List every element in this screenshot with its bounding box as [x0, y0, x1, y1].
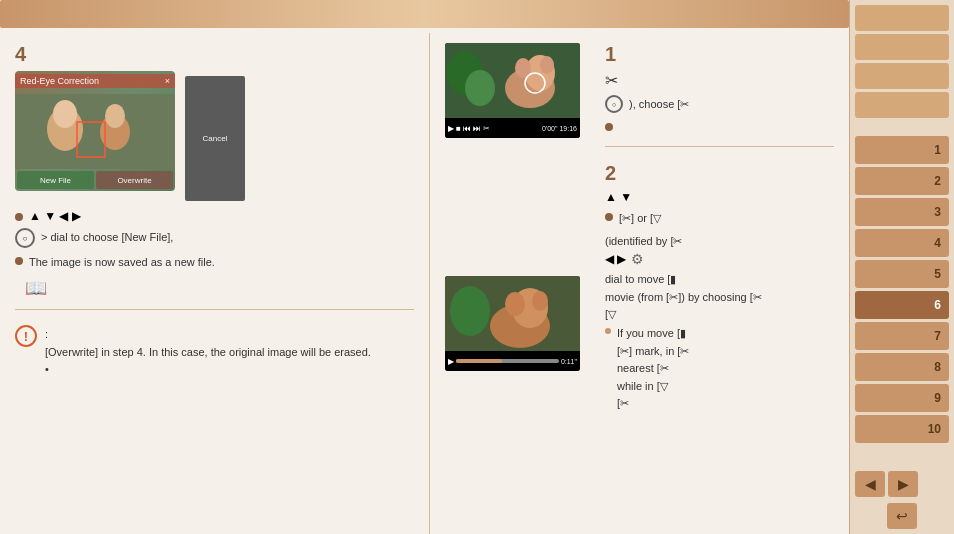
back-nav: ↩ [855, 503, 949, 529]
progress-fill-2 [456, 359, 502, 363]
main-content: 4 Red-Eye Correction × [0, 0, 849, 534]
step2-movie: movie (from [✂]) by choosing [✂ [605, 290, 834, 305]
sidebar-btn-3[interactable] [855, 63, 949, 89]
step2-left-right: ◀ ▶ [605, 252, 626, 266]
sidebar-num-8[interactable]: 8 [855, 353, 949, 381]
step2-mark: [✂] mark, in [✂ [617, 344, 689, 359]
arrow-keys: ▲ ▼ ◀ ▶ [29, 209, 81, 223]
right-columns: ▶ ■ ⏮ ⏭ ✂ 0'00" 19:16 [445, 43, 834, 443]
overwrite-button[interactable]: Overwrite [96, 171, 173, 189]
step4-number: 4 [15, 43, 414, 66]
sidebar-num-1[interactable]: 1 [855, 136, 949, 164]
camera-preview: Red-Eye Correction × [15, 71, 175, 191]
step1-section: 1 ✂ ○ ), choose [✂ [605, 43, 834, 147]
sidebar-num-6[interactable]: 6 [855, 291, 949, 319]
svg-point-19 [450, 286, 490, 336]
step2-bullet2 [605, 328, 611, 334]
bullet-saved [15, 257, 23, 265]
video-controls-2: ▶ 0:11" [445, 351, 580, 371]
video-column: ▶ ■ ⏮ ⏭ ✂ 0'00" 19:16 [445, 43, 590, 443]
video-bg-2 [445, 276, 580, 351]
left-panel: 4 Red-Eye Correction × [0, 33, 430, 534]
bullet-dot [15, 213, 23, 221]
step2-nearest: nearest [✂ [617, 361, 689, 376]
step2-while: while in [▽ [617, 379, 689, 394]
sidebar-num-4[interactable]: 4 [855, 229, 949, 257]
dial-icon: ○ [15, 228, 35, 248]
stop-btn-1[interactable]: ■ [456, 124, 461, 133]
step2-bullet2-row: If you move [▮ [✂] mark, in [✂ nearest [… [605, 324, 834, 413]
warning-icon: ! [15, 325, 37, 347]
video-controls-1: ▶ ■ ⏮ ⏭ ✂ 0'00" 19:16 [445, 118, 580, 138]
play-btn-2[interactable]: ▶ [448, 357, 454, 366]
step2-section: 2 ▲ ▼ [✂] or [▽ (identified by [✂ [605, 162, 834, 428]
play-btn-1[interactable]: ▶ [448, 124, 454, 133]
sidebar-num-7[interactable]: 7 [855, 322, 949, 350]
step2-or-row: [✂] or [▽ [605, 209, 834, 228]
svg-point-10 [540, 56, 554, 74]
saved-row: The image is now saved as a new file. [15, 253, 414, 272]
content-area: 4 Red-Eye Correction × [0, 33, 849, 534]
step4-section: 4 Red-Eye Correction × [15, 43, 414, 310]
step2-arrows-row: ▲ ▼ [605, 190, 834, 204]
step1-dial-row: ○ ), choose [✂ [605, 95, 834, 114]
next-page-button[interactable]: ▶ [888, 471, 918, 497]
scissors-icon-1: ✂ [605, 71, 618, 90]
prev-btn-1[interactable]: ⏮ [463, 124, 471, 133]
sidebar-num-3[interactable]: 3 [855, 198, 949, 226]
sidebar-num-5[interactable]: 5 [855, 260, 949, 288]
video-time-1: 0'00" 19:16 [542, 125, 577, 132]
warning-section: ! : [Overwrite] in step 4. In this case,… [15, 325, 414, 379]
next-btn-1[interactable]: ⏭ [473, 124, 481, 133]
step1-number: 1 [605, 43, 834, 66]
steps-column: 1 ✂ ○ ), choose [✂ [605, 43, 834, 443]
back-button[interactable]: ↩ [887, 503, 917, 529]
svg-point-18 [532, 291, 548, 311]
step1-choose-text: ), choose [✂ [629, 97, 689, 112]
sidebar-btn-1[interactable] [855, 5, 949, 31]
dial-row: ○ > dial to choose [New File], [15, 228, 414, 248]
saved-text: The image is now saved as a new file. [29, 255, 215, 270]
prev-page-button[interactable]: ◀ [855, 471, 885, 497]
step2-gear-row: ◀ ▶ ⚙ [605, 251, 834, 267]
scissors-btn-1[interactable]: ✂ [483, 124, 490, 133]
step1-bullet-row [605, 119, 834, 131]
step2-arrows: ▲ ▼ [605, 190, 632, 204]
sidebar-num-9[interactable]: 9 [855, 384, 949, 412]
svg-point-12 [465, 70, 495, 106]
cancel-button[interactable]: Cancel [185, 76, 245, 201]
video-bg-1 [445, 43, 580, 118]
sidebar-btn-2[interactable] [855, 34, 949, 60]
gear-icon: ⚙ [631, 251, 644, 267]
new-file-button[interactable]: New File [17, 171, 94, 189]
progress-bar-2[interactable] [456, 359, 559, 363]
sidebar-num-10[interactable]: 10 [855, 415, 949, 443]
sidebar-num-2[interactable]: 2 [855, 167, 949, 195]
step2-identified: (identified by [✂ [605, 234, 834, 249]
step2-scissors2: [✂ [617, 396, 689, 411]
arrow-keys-row: ▲ ▼ ◀ ▶ [15, 209, 414, 223]
book-icon: 📖 [25, 278, 47, 298]
step2-bullet1 [605, 213, 613, 221]
dial-text: > dial to choose [New File], [41, 230, 173, 245]
step2-bracket: [▽ [605, 307, 834, 322]
step1-scissors-row: ✂ [605, 71, 834, 90]
right-panel: ▶ ■ ⏮ ⏭ ✂ 0'00" 19:16 [430, 33, 849, 534]
svg-point-2 [53, 100, 77, 128]
svg-point-17 [505, 292, 525, 316]
sidebar-nav: ◀ ▶ [855, 471, 949, 497]
camera-buttons: New File Overwrite [15, 169, 175, 191]
header-bar [0, 0, 849, 28]
video-player-1: ▶ ■ ⏮ ⏭ ✂ 0'00" 19:16 [445, 43, 580, 138]
step1-dial-icon: ○ [605, 95, 623, 113]
video-player-2-wrapper: ▶ 0:11" [445, 276, 590, 371]
warning-bullet: • [45, 362, 371, 377]
step1-bullet [605, 123, 613, 131]
sidebar-btn-4[interactable] [855, 92, 949, 118]
sidebar-top-buttons [855, 5, 949, 118]
svg-point-4 [105, 104, 125, 128]
video-player-2: ▶ 0:11" [445, 276, 580, 371]
step2-number: 2 [605, 162, 834, 185]
sidebar: 1 2 3 4 5 6 7 8 9 10 ◀ ▶ ↩ [849, 0, 954, 534]
step2-if-move: If you move [▮ [617, 326, 689, 341]
